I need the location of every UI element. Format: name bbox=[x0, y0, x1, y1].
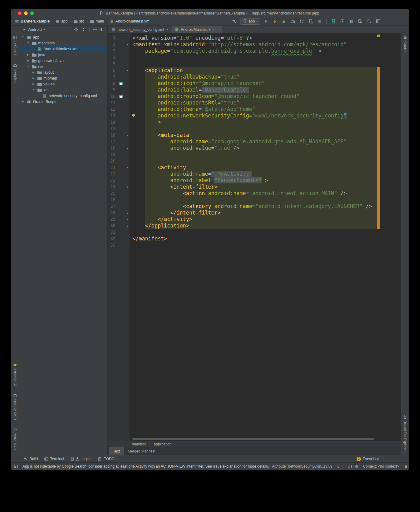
editor-tab-network-security-config-xml[interactable]: network_security_config.xml× bbox=[108, 26, 172, 33]
sdk-manager-button[interactable] bbox=[339, 18, 345, 24]
zoom-window-button[interactable] bbox=[30, 11, 34, 15]
toolwindow-button-device-file-explorer[interactable]: Device File Explorer bbox=[403, 415, 407, 451]
toolwindow-button-7-structure[interactable]: 7: Structure bbox=[13, 427, 17, 451]
settings-button[interactable] bbox=[93, 27, 98, 32]
breadcrumb-application[interactable]: application bbox=[154, 442, 171, 446]
breadcrumb-item-androidmanifest-xml[interactable]: AndroidManifest.xml bbox=[110, 19, 150, 23]
fold-marker-icon[interactable]: ▾ bbox=[125, 67, 130, 74]
lock-icon[interactable] bbox=[404, 464, 408, 469]
find-button[interactable] bbox=[357, 18, 363, 24]
warning-stripe-mark[interactable] bbox=[377, 35, 380, 37]
code-editor[interactable]: 1<?xml version="1.0" encoding="utf-8"?>2… bbox=[108, 34, 401, 441]
chevron-down-icon[interactable]: ▼ bbox=[21, 36, 25, 39]
close-window-button[interactable] bbox=[18, 11, 22, 15]
header-separator bbox=[89, 27, 90, 32]
tree-item-gradle-scripts[interactable]: ▶Gradle Scripts bbox=[19, 99, 107, 104]
chevron-right-icon[interactable]: ▶ bbox=[31, 77, 35, 80]
chevron-right-icon[interactable]: ▶ bbox=[21, 100, 25, 103]
event-log-button[interactable]: 2Event Log bbox=[357, 457, 379, 461]
titlebar[interactable]: BannerExample [~/src/github/android-exam… bbox=[11, 9, 409, 17]
toolwindow-button-2-favorites[interactable]: 2: Favorites bbox=[13, 362, 17, 386]
close-tab-icon[interactable]: × bbox=[167, 27, 169, 32]
breadcrumb-item-bannerexample[interactable]: BannerExample bbox=[15, 19, 50, 23]
device-manager-button[interactable] bbox=[308, 18, 314, 24]
tree-item-values[interactable]: ▶values bbox=[19, 81, 107, 87]
run-button[interactable] bbox=[263, 18, 269, 24]
fold-marker-icon[interactable]: ▴ bbox=[125, 223, 130, 229]
layout-inspector-button[interactable] bbox=[348, 18, 354, 24]
fold-marker-icon[interactable]: ▴ bbox=[125, 216, 130, 223]
fold-marker-icon[interactable]: ▾ bbox=[125, 164, 130, 171]
breadcrumb-manifest[interactable]: manifest bbox=[132, 442, 146, 446]
sync-button[interactable] bbox=[299, 18, 305, 24]
breadcrumb-item-app[interactable]: app bbox=[55, 19, 68, 23]
tree-item-res[interactable]: ▼res bbox=[19, 63, 107, 69]
intention-bulb-icon[interactable] bbox=[131, 113, 136, 118]
window-layout-button[interactable] bbox=[375, 18, 381, 24]
tree-item-label: xml bbox=[43, 88, 49, 92]
fold-marker-icon[interactable]: ▾ bbox=[125, 184, 130, 190]
hide-button[interactable] bbox=[100, 27, 105, 32]
chevron-down-icon[interactable]: ▼ bbox=[26, 42, 30, 44]
tree-item-app[interactable]: ▼app bbox=[19, 34, 107, 40]
breadcrumb-item-main[interactable]: main bbox=[90, 19, 104, 23]
breadcrumb-item-src[interactable]: src bbox=[73, 19, 84, 23]
fold-placeholder bbox=[125, 61, 130, 67]
toolwindow-button-1-project[interactable]: 1: Project bbox=[13, 35, 17, 55]
selection-stripe-mark[interactable] bbox=[377, 67, 380, 229]
tree-item-xml[interactable]: ▼xml bbox=[19, 87, 107, 93]
toolwindow-button-terminal[interactable]: Terminal bbox=[44, 457, 64, 461]
tree-item-manifests[interactable]: ▼manifests bbox=[19, 40, 107, 46]
toolwindow-button-todo[interactable]: TODO bbox=[98, 457, 114, 461]
fold-marker-icon[interactable]: ▾ bbox=[125, 132, 130, 138]
tree-item-java[interactable]: ▶java bbox=[19, 52, 107, 58]
fold-marker-icon[interactable]: ▴ bbox=[125, 145, 130, 151]
file-encoding[interactable]: UTF-8 bbox=[348, 464, 358, 469]
toolwindow-switcher-icon[interactable] bbox=[14, 464, 18, 469]
view-tab-merged-manifest[interactable]: Merged Manifest bbox=[124, 447, 159, 455]
chevron-right-icon[interactable]: ▶ bbox=[31, 71, 35, 74]
profile-button[interactable] bbox=[290, 18, 296, 24]
module-icon bbox=[26, 35, 31, 40]
minimize-window-button[interactable] bbox=[24, 11, 28, 15]
toolwindow-button-build-variants[interactable]: Build Variants bbox=[13, 393, 17, 420]
toolwindow-button-build[interactable]: Build bbox=[23, 457, 38, 461]
avd-manager-button[interactable] bbox=[330, 18, 337, 24]
tree-item-network-security-config-xml[interactable]: network_security_config.xml bbox=[19, 93, 107, 99]
tree-item-androidmanifest-xml[interactable]: AndroidManifest.xml bbox=[19, 46, 107, 52]
tree-item-mipmap[interactable]: ▶mipmap bbox=[19, 75, 107, 81]
apply-changes-button[interactable] bbox=[272, 18, 278, 24]
editor-tab-androidmanifest-xml[interactable]: AndroidManifest.xml× bbox=[172, 26, 222, 33]
chevron-down-icon[interactable]: ▼ bbox=[31, 88, 35, 91]
close-tab-icon[interactable]: × bbox=[217, 27, 219, 32]
collapse-all-button[interactable] bbox=[81, 27, 86, 32]
status-message[interactable]: App is not indexable by Google Search; c… bbox=[22, 464, 269, 469]
run-configuration-select[interactable]: app ▾ bbox=[240, 18, 260, 25]
fold-marker-icon[interactable]: ▾ bbox=[125, 41, 130, 48]
caret-position[interactable]: 13:69 bbox=[323, 464, 333, 469]
horizontal-scrollbar[interactable] bbox=[132, 438, 374, 440]
tree-item-layout[interactable]: ▶layout bbox=[19, 69, 107, 75]
toolwindow-button-captures[interactable]: Captures bbox=[13, 63, 17, 83]
project-view-selector[interactable]: Android bbox=[28, 27, 42, 32]
chevron-down-icon[interactable]: ▼ bbox=[26, 65, 30, 68]
locate-button[interactable] bbox=[74, 27, 79, 32]
search-button[interactable] bbox=[366, 18, 372, 24]
line-number: 9 bbox=[108, 87, 117, 93]
chevron-right-icon[interactable]: ▶ bbox=[26, 59, 30, 62]
fold-marker-icon[interactable]: ▴ bbox=[125, 210, 130, 216]
traffic-lights bbox=[18, 11, 34, 15]
hammer-button[interactable] bbox=[231, 18, 237, 24]
toolwindow-button-6-logcat[interactable]: 6: Logcat bbox=[70, 457, 91, 461]
line-number: 16 bbox=[108, 132, 117, 138]
stop-disabled-button[interactable] bbox=[317, 18, 323, 24]
toolwindow-button-gradle[interactable]: Gradle bbox=[403, 35, 407, 51]
chevron-right-icon[interactable]: ▶ bbox=[26, 53, 30, 56]
view-tab-text[interactable]: Text bbox=[109, 447, 124, 455]
right-tool-stripe: Gradle Device File Explorer bbox=[401, 26, 409, 455]
debug-button[interactable] bbox=[281, 18, 287, 24]
line-ending-indicator[interactable]: LF: bbox=[337, 464, 343, 469]
chevron-down-icon: ▾ bbox=[256, 20, 258, 23]
chevron-right-icon[interactable]: ▶ bbox=[31, 83, 35, 85]
tree-item-generatedjava[interactable]: ▶generatedJava bbox=[19, 58, 107, 63]
